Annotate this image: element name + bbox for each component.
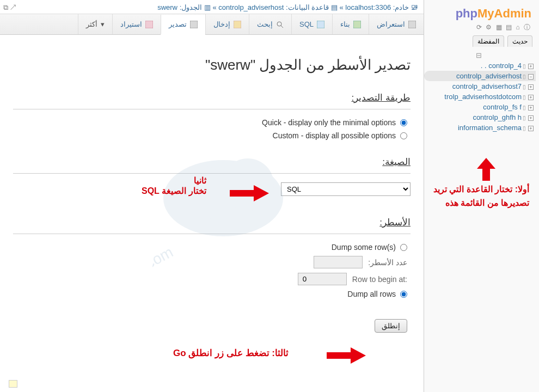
- db-name[interactable]: controlp_adviserhost7: [452, 82, 522, 90]
- sidebar-tabs: المفضلة حديث: [424, 32, 536, 48]
- bc-table[interactable]: swerw: [157, 3, 177, 11]
- annotation-arrow-up-icon: [477, 158, 495, 181]
- method-custom-radio[interactable]: [400, 132, 407, 139]
- bc-sep: »: [211, 3, 217, 11]
- db-name[interactable]: controlp_adviserhost: [456, 72, 522, 80]
- rows-all-label: Dump all rows: [347, 290, 396, 298]
- go-button[interactable]: إنطلق: [375, 319, 407, 333]
- sidebar-tab-favorites[interactable]: المفضلة: [473, 35, 504, 47]
- svg-rect-6: [190, 21, 198, 28]
- db-icon: ▯: [523, 84, 526, 90]
- expand-icon[interactable]: +: [528, 64, 534, 69]
- tree-row[interactable]: −▯controlp_adviserhost: [424, 71, 536, 81]
- expand-icon[interactable]: +: [528, 95, 534, 100]
- rows-group: Dump some row(s) عدد الأسطر: :Row to beg…: [13, 234, 411, 305]
- rows-count-input[interactable]: [314, 256, 363, 268]
- bc-sep: »: [338, 3, 344, 11]
- radio-row-custom[interactable]: Custom - display all possible options: [13, 129, 411, 142]
- annotation-arrow-right-icon: [327, 347, 366, 364]
- expand-icon[interactable]: +: [528, 105, 534, 111]
- db-name[interactable]: controlp_4 . .: [481, 62, 522, 70]
- logo-myadmin: MyAdmin: [477, 7, 531, 20]
- radio-row-all[interactable]: Dump all rows: [13, 287, 411, 301]
- bc-server[interactable]: localhost:3306: [345, 3, 391, 11]
- tab-label: استعراض: [377, 20, 405, 28]
- bc-server-lbl: خادم:: [393, 3, 409, 11]
- tree-row[interactable]: +▯information_schema: [424, 122, 536, 133]
- expand-icon[interactable]: −: [528, 74, 534, 79]
- tree-row[interactable]: +▯controlp_4 . .: [424, 60, 536, 71]
- tree-row[interactable]: +▯controlp_fs f: [424, 102, 536, 112]
- tab-import[interactable]: استيراد: [112, 14, 161, 34]
- tab-structure[interactable]: بناء: [332, 14, 369, 34]
- radio-row-quick[interactable]: Quick - display only the minimal options: [13, 116, 411, 129]
- tab-label: إدخال: [213, 20, 230, 28]
- tree-row[interactable]: +▯trolp_adviserhostdotcom: [424, 91, 536, 102]
- sidebar-tab-recent[interactable]: حديث: [507, 35, 532, 47]
- window-icon[interactable]: ↗ ⧉: [3, 3, 16, 12]
- tab-more[interactable]: ▾ أكثر: [78, 14, 112, 34]
- console-toggle-icon[interactable]: [9, 380, 17, 388]
- tab-insert[interactable]: إدخال: [205, 14, 249, 34]
- svg-point-3: [277, 22, 281, 26]
- tree-row[interactable]: +▯controlp_ghfh h: [424, 112, 536, 122]
- db-icon: ▯: [523, 125, 526, 131]
- annotation-step1-text: أولا: تختار القاعدة التي تريد تصديرها من…: [431, 183, 529, 210]
- db-icon: ▯: [523, 94, 526, 100]
- annotation-step2-text: ثانيا تختار الصيغة SQL: [142, 175, 206, 197]
- tree-row[interactable]: +▯controlp_adviserhost7: [424, 81, 536, 91]
- section-head-rows: الأسطر:: [13, 217, 411, 228]
- svg-rect-0: [408, 21, 416, 28]
- go-button-row: إنطلق: [13, 315, 411, 337]
- expand-icon[interactable]: +: [528, 115, 534, 121]
- db-icon: ▯: [523, 63, 526, 69]
- db-name[interactable]: controlp_fs f: [483, 103, 522, 111]
- svg-rect-2: [317, 21, 324, 28]
- format-group: SQL: [13, 173, 411, 207]
- db-icon: ▯: [523, 74, 526, 79]
- db-name[interactable]: controlp_ghfh h: [473, 113, 522, 121]
- phpmyadmin-logo: phpMyAdmin: [424, 3, 536, 23]
- annotation-arrow-right-icon: [230, 185, 269, 201]
- tab-export[interactable]: تصدير: [161, 15, 205, 35]
- method-custom-label: Custom - display all possible options: [273, 131, 396, 140]
- tab-browse[interactable]: استعراض: [369, 14, 424, 34]
- section-head-method: طريقة التصدير:: [13, 92, 411, 103]
- method-quick-label: Quick - display only the minimal options: [262, 118, 396, 127]
- rows-count-label: عدد الأسطر:: [368, 258, 407, 267]
- sidebar-quick-icons[interactable]: ⟳ ⚙ ▦ ▤ ⌂ ⓘ: [424, 23, 536, 32]
- method-quick-radio[interactable]: [400, 119, 407, 126]
- search-icon: [276, 21, 284, 28]
- db-icon: ▯: [523, 115, 526, 121]
- export-icon: [190, 21, 198, 28]
- tab-label: أكثر: [86, 20, 97, 28]
- annotation-step3-text: ثالثا: تضغط على زر انطلق Go: [173, 347, 289, 359]
- radio-row-some[interactable]: Dump some row(s): [13, 241, 411, 254]
- annot-mid-line1: ثانيا: [142, 175, 206, 187]
- tab-label: SQL: [299, 20, 314, 28]
- page-body: adviserhost.com تصدير الأسطر من الجدول "…: [0, 35, 424, 344]
- server-icon: 🖳: [409, 3, 418, 11]
- page-title: تصدير الأسطر من الجدول "swerw": [13, 57, 411, 74]
- bc-db[interactable]: controlp_adviserhost: [218, 3, 284, 11]
- db-tree: ⊟ +▯controlp_4 . . −▯controlp_adviserhos…: [424, 48, 536, 133]
- tree-collapse-icon[interactable]: ⊟: [476, 51, 482, 59]
- expand-icon[interactable]: +: [528, 126, 534, 131]
- rows-some-radio[interactable]: [400, 244, 407, 251]
- rows-begin-input[interactable]: [298, 273, 347, 285]
- expand-icon[interactable]: +: [528, 84, 534, 90]
- db-name[interactable]: information_schema: [458, 124, 522, 132]
- tab-search[interactable]: إبحث: [249, 14, 291, 34]
- structure-icon: [353, 21, 361, 28]
- tab-sql[interactable]: SQL: [291, 14, 332, 34]
- main-area: ↗ ⧉ 🖳 خادم: localhost:3306 » ▤ قاعدة الب…: [0, 0, 424, 392]
- logo-php: php: [456, 7, 477, 20]
- browse-icon: [408, 21, 416, 28]
- tab-label: إبحث: [257, 20, 273, 28]
- rows-begin-row: :Row to begin at: [13, 271, 411, 287]
- rows-all-radio[interactable]: [400, 291, 407, 298]
- sql-icon: [317, 21, 324, 28]
- bc-db-lbl: قاعدة البيانات:: [286, 3, 329, 11]
- db-name[interactable]: trolp_adviserhostdotcom: [444, 93, 522, 101]
- format-select[interactable]: SQL: [281, 182, 411, 196]
